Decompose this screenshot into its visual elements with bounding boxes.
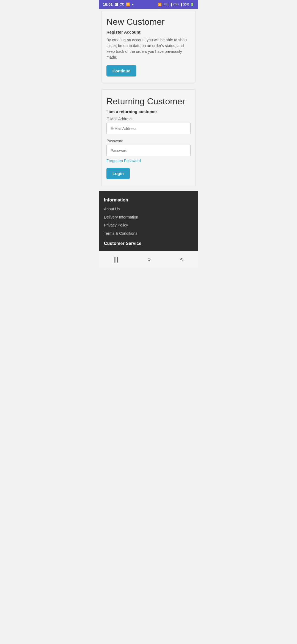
- forgotten-password-link[interactable]: Forgotten Password: [106, 159, 191, 163]
- main-content: New Customer Register Account By creatin…: [99, 9, 198, 191]
- returning-customer-card: Returning Customer I am a returning cust…: [101, 89, 196, 186]
- password-label: Password: [106, 139, 191, 143]
- returning-customer-title: Returning Customer: [106, 96, 191, 107]
- battery-label: 30%: [183, 3, 189, 6]
- email-label: E-Mail Address: [106, 117, 191, 121]
- privacy-policy-link[interactable]: Privacy Policy: [104, 223, 193, 228]
- email-form-group: E-Mail Address: [106, 117, 191, 134]
- status-right: 📶 LTE1 ▐ LTE2 ▐ 30% 🔋: [158, 3, 194, 6]
- returning-customer-subtitle: I am a returning customer: [106, 109, 191, 114]
- login-button[interactable]: Login: [106, 168, 130, 179]
- bluetooth-icon: 🛜: [126, 2, 130, 6]
- status-time: 16:01: [103, 2, 113, 7]
- new-customer-title: New Customer: [106, 17, 191, 27]
- new-customer-card: New Customer Register Account By creatin…: [101, 11, 196, 82]
- password-input[interactable]: [106, 145, 191, 156]
- footer: Information About Us Delivery Informatio…: [99, 191, 198, 251]
- back-button[interactable]: <: [174, 255, 189, 264]
- bottom-nav-bar: ||| ○ <: [99, 251, 198, 267]
- home-button[interactable]: ○: [142, 255, 156, 264]
- signal1-icon: ▐: [170, 3, 172, 6]
- email-input[interactable]: [106, 123, 191, 134]
- about-us-link[interactable]: About Us: [104, 206, 193, 212]
- new-customer-description: By creating an account you will be able …: [106, 37, 191, 60]
- terms-conditions-link[interactable]: Terms & Conditions: [104, 231, 193, 236]
- spacer-1: [101, 85, 196, 89]
- password-form-group: Password Forgotten Password: [106, 139, 191, 163]
- continue-button[interactable]: Continue: [106, 65, 136, 77]
- status-bar: 16:01 🖼 CC 🛜 • 📶 LTE1 ▐ LTE2 ▐ 30% 🔋: [99, 0, 198, 9]
- wifi-icon: 📶: [158, 3, 162, 6]
- battery-icon: 🔋: [190, 3, 194, 6]
- customer-service-section-title: Customer Service: [104, 241, 193, 246]
- signal2-icon: ▐: [180, 3, 182, 6]
- status-left: 16:01 🖼 CC 🛜 •: [103, 2, 133, 7]
- image-icon: 🖼: [114, 2, 118, 7]
- information-section-title: Information: [104, 198, 193, 203]
- register-account-subtitle: Register Account: [106, 30, 191, 34]
- lte1-label: LTE1: [163, 3, 169, 6]
- delivery-information-link[interactable]: Delivery Information: [104, 215, 193, 220]
- lte2-label: LTE2: [173, 3, 179, 6]
- caption-icon: CC: [120, 2, 124, 6]
- menu-button[interactable]: |||: [108, 255, 124, 264]
